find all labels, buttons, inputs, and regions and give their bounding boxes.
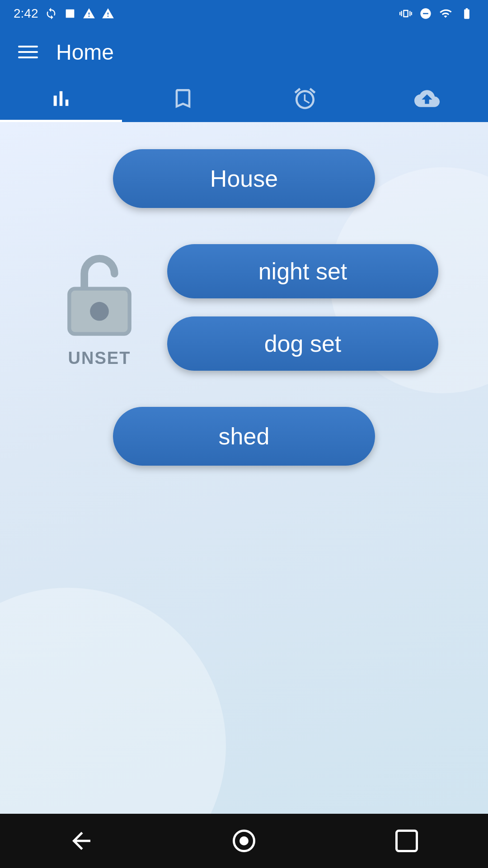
status-bar: 2:42 bbox=[0, 0, 488, 27]
bar-chart-icon bbox=[48, 86, 74, 113]
lock-icon bbox=[54, 247, 145, 340]
status-right bbox=[399, 7, 474, 20]
tab-bar bbox=[0, 77, 488, 122]
tab-alarm[interactable] bbox=[244, 77, 366, 122]
cloud-upload-icon bbox=[414, 86, 440, 113]
sync-icon bbox=[45, 7, 57, 20]
time-display: 2:42 bbox=[14, 6, 38, 21]
lock-section: UNSET bbox=[50, 247, 149, 368]
nav-bar bbox=[0, 814, 488, 868]
shed-button[interactable]: shed bbox=[113, 407, 375, 466]
app-title: Home bbox=[56, 40, 114, 65]
back-button[interactable] bbox=[59, 818, 104, 863]
main-content: House UNSET night set dog set shed bbox=[0, 122, 488, 814]
tab-cloud[interactable] bbox=[366, 77, 488, 122]
do-not-disturb-icon bbox=[419, 7, 432, 20]
warning-icon bbox=[83, 7, 95, 20]
app-bar: Home bbox=[0, 27, 488, 77]
night-set-button[interactable]: night set bbox=[167, 244, 438, 298]
menu-button[interactable] bbox=[18, 46, 38, 58]
house-button[interactable]: House bbox=[113, 149, 375, 208]
status-left: 2:42 bbox=[14, 6, 114, 21]
stop-icon bbox=[64, 7, 76, 20]
svg-point-4 bbox=[239, 836, 249, 845]
vibrate-icon bbox=[399, 7, 412, 20]
recent-icon bbox=[393, 827, 420, 854]
svg-rect-5 bbox=[397, 831, 417, 851]
svg-point-2 bbox=[90, 302, 109, 321]
right-buttons: night set dog set bbox=[167, 244, 438, 371]
tab-stats[interactable] bbox=[0, 77, 122, 122]
middle-section: UNSET night set dog set bbox=[50, 244, 438, 371]
home-nav-icon bbox=[230, 827, 258, 854]
battery-icon bbox=[459, 7, 474, 20]
warning2-icon bbox=[102, 7, 114, 20]
home-nav-button[interactable] bbox=[221, 818, 267, 863]
svg-rect-0 bbox=[66, 9, 74, 18]
wifi-icon bbox=[439, 7, 452, 20]
tab-door[interactable] bbox=[122, 77, 244, 122]
back-icon bbox=[68, 827, 95, 854]
door-icon bbox=[170, 86, 196, 113]
recent-button[interactable] bbox=[384, 818, 429, 863]
dog-set-button[interactable]: dog set bbox=[167, 316, 438, 371]
lock-status-label: UNSET bbox=[68, 349, 131, 368]
alarm-icon bbox=[292, 86, 318, 113]
